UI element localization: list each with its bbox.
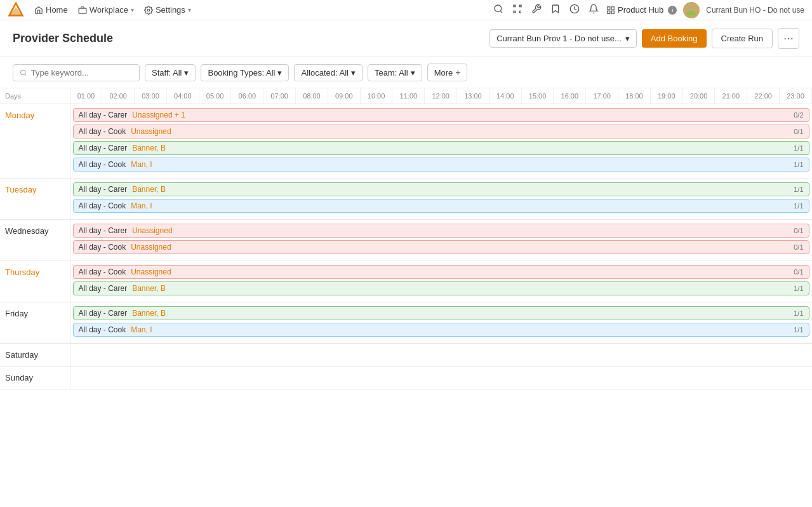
booking-staff: Banner, B: [132, 309, 166, 318]
user-avatar[interactable]: [683, 2, 700, 18]
schedule-cell-wednesday: All day - Carer Unassigned0/1All day - C…: [70, 220, 812, 261]
svg-point-17: [689, 4, 695, 10]
time-header-0800: 08:00: [296, 88, 328, 104]
schedule-cell-friday: All day - Carer Banner, B1/1All day - Co…: [70, 302, 812, 344]
allocated-filter[interactable]: Allocated: All ▾: [294, 64, 362, 81]
booking-type: All day - Cook: [79, 325, 126, 334]
booking-staff: Banner, B: [132, 185, 166, 194]
booking-bar[interactable]: All day - Cook Man, I1/1: [73, 199, 809, 213]
booking-bar[interactable]: All day - Carer Banner, B1/1: [73, 182, 809, 196]
search-icon-btn[interactable]: [492, 3, 505, 18]
booking-count: 1/1: [794, 285, 803, 292]
booking-bar[interactable]: All day - Cook Unassigned0/1: [73, 240, 809, 254]
booking-bar[interactable]: All day - Cook Man, I1/1: [73, 158, 809, 172]
more-plus-icon: +: [455, 67, 460, 78]
tool-icon-btn[interactable]: [530, 3, 543, 18]
nav-settings[interactable]: Settings ▾: [144, 5, 191, 15]
time-header-2200: 22:00: [747, 88, 780, 104]
booking-bar[interactable]: All day - Cook Man, I1/1: [73, 323, 809, 337]
schedule-container: Days 01:0002:0003:0004:0005:0006:0007:00…: [0, 88, 812, 389]
time-header-1900: 19:00: [650, 88, 682, 104]
allocated-chevron-icon: ▾: [351, 68, 356, 78]
time-header-0700: 07:00: [263, 88, 296, 104]
day-row-saturday: Saturday: [0, 344, 812, 367]
svg-rect-6: [514, 5, 516, 7]
time-header-0300: 03:00: [135, 88, 167, 104]
svg-rect-14: [611, 6, 614, 9]
booking-count: 1/1: [794, 202, 803, 210]
booking-type: All day - Carer: [79, 226, 128, 235]
nav-home[interactable]: Home: [34, 5, 68, 15]
time-header-1800: 18:00: [618, 88, 651, 104]
bookmark-icon-btn[interactable]: [549, 3, 562, 18]
nav-icons: Product Hub i Currant Bun HO - Do not us…: [492, 2, 804, 18]
booking-bar[interactable]: All day - Carer Banner, B1/1: [73, 281, 809, 295]
staff-chevron-icon: ▾: [184, 68, 189, 78]
booking-count: 0/1: [794, 128, 803, 135]
svg-point-3: [147, 9, 150, 11]
time-header-1200: 12:00: [425, 88, 457, 104]
svg-point-18: [20, 70, 25, 75]
booking-count: 1/1: [794, 144, 803, 152]
time-header-0500: 05:00: [199, 88, 231, 104]
search-box[interactable]: [13, 64, 140, 81]
staff-filter[interactable]: Staff: All ▾: [145, 64, 196, 81]
booking-type: All day - Carer: [79, 309, 128, 318]
time-header-2000: 20:00: [682, 88, 715, 104]
app-logo[interactable]: [8, 1, 24, 19]
day-row-friday: FridayAll day - Carer Banner, B1/1All da…: [0, 302, 812, 344]
days-header: Days: [0, 88, 70, 104]
booking-bar[interactable]: All day - Carer Unassigned0/1: [73, 224, 809, 238]
booking-type: All day - Carer: [79, 185, 128, 194]
bell-icon-btn[interactable]: [587, 3, 600, 18]
header-actions: Currant Bun Prov 1 - Do not use... ▾ Add…: [489, 28, 799, 49]
team-chevron-icon: ▾: [411, 68, 415, 78]
provider-select[interactable]: Currant Bun Prov 1 - Do not use... ▾: [489, 29, 637, 48]
page-header: Provider Schedule Currant Bun Prov 1 - D…: [0, 20, 812, 57]
nav-workplace[interactable]: Workplace ▾: [78, 5, 134, 15]
day-row-wednesday: WednesdayAll day - Carer Unassigned0/1Al…: [0, 220, 812, 261]
create-run-button[interactable]: Create Run: [712, 29, 773, 48]
add-booking-button[interactable]: Add Booking: [642, 29, 707, 48]
clock-icon-btn[interactable]: [568, 3, 581, 18]
day-label-wednesday: Wednesday: [0, 220, 70, 261]
filter-bar: Staff: All ▾ Booking Types: All ▾ Alloca…: [0, 57, 812, 88]
time-header-1000: 10:00: [360, 88, 392, 104]
booking-bar[interactable]: All day - Cook Unassigned0/1: [73, 265, 809, 279]
time-header-1600: 16:00: [554, 88, 586, 104]
time-header-1100: 11:00: [392, 88, 425, 104]
booking-bar[interactable]: All day - Cook Unassigned0/1: [73, 125, 809, 139]
svg-rect-16: [608, 11, 610, 13]
booking-staff: Unassigned: [131, 127, 171, 136]
day-row-monday: MondayAll day - Carer Unassigned + 10/2A…: [0, 104, 812, 179]
search-input[interactable]: [31, 68, 133, 78]
booking-types-filter[interactable]: Booking Types: All ▾: [201, 64, 289, 81]
time-header-1300: 13:00: [457, 88, 489, 104]
schedule-cell-tuesday: All day - Carer Banner, B1/1All day - Co…: [70, 179, 812, 220]
booking-count: 0/1: [794, 227, 803, 234]
day-row-sunday: Sunday: [0, 367, 812, 389]
schedule-cell-monday: All day - Carer Unassigned + 10/2All day…: [70, 104, 812, 179]
more-options-button[interactable]: ⋯: [778, 28, 799, 49]
more-filters-button[interactable]: More +: [427, 64, 468, 81]
day-label-monday: Monday: [0, 104, 70, 179]
booking-bar[interactable]: All day - Carer Unassigned + 10/2: [73, 108, 809, 122]
booking-count: 0/2: [794, 111, 803, 119]
team-filter[interactable]: Team: All ▾: [368, 64, 422, 81]
product-hub-btn[interactable]: Product Hub i: [606, 5, 677, 15]
time-header-0400: 04:00: [166, 88, 199, 104]
time-header-1500: 15:00: [521, 88, 554, 104]
svg-line-5: [500, 11, 502, 13]
booking-count: 0/1: [794, 268, 803, 276]
barcode-icon-btn[interactable]: [511, 3, 524, 18]
day-row-thursday: ThursdayAll day - Cook Unassigned0/1All …: [0, 261, 812, 302]
booking-staff: Unassigned: [131, 243, 171, 252]
user-label: Currant Bun HO - Do not use: [706, 6, 804, 15]
booking-bar[interactable]: All day - Carer Banner, B1/1: [73, 141, 809, 155]
booking-type: All day - Cook: [79, 267, 126, 276]
booking-bar[interactable]: All day - Carer Banner, B1/1: [73, 306, 809, 320]
search-icon: [20, 69, 27, 77]
time-header-0100: 01:00: [70, 88, 102, 104]
time-header-1700: 17:00: [586, 88, 618, 104]
workplace-chevron: ▾: [131, 6, 134, 13]
